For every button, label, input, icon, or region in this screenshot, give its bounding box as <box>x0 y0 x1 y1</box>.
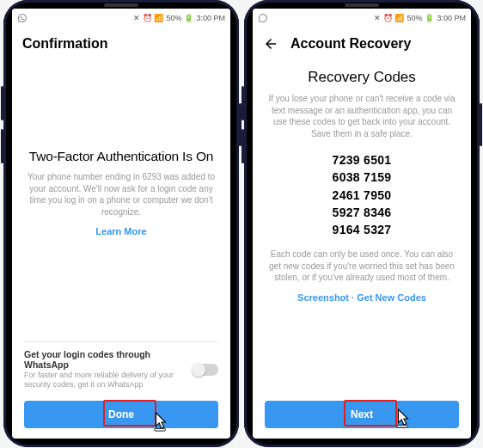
recovery-desc: If you lose your phone or can't receive … <box>265 93 459 139</box>
recovery-code: 6038 7159 <box>265 169 459 186</box>
recovery-note: Each code can only be used once. You can… <box>265 249 459 284</box>
recovery-title: Recovery Codes <box>265 69 459 86</box>
recovery-code: 9164 5327 <box>265 221 459 238</box>
learn-more-link[interactable]: Learn More <box>24 226 218 236</box>
status-icons: ✕ ⏰ 📶 <box>374 14 404 22</box>
recovery-code: 7239 6501 <box>265 151 459 169</box>
recovery-code: 5927 8346 <box>265 204 459 221</box>
whatsapp-option: Get your login codes through WhatsApp Fo… <box>24 341 218 396</box>
header: Account Recovery <box>253 28 471 60</box>
status-battery: 50% <box>407 14 422 22</box>
cursor-icon <box>151 411 170 433</box>
status-time: 3:00 PM <box>196 14 225 22</box>
status-time: 3:00 PM <box>437 14 466 22</box>
whatsapp-toggle[interactable] <box>193 364 218 376</box>
phone-frame-right: ✕ ⏰ 📶 50% 🔋 3:00 PM Account Recovery Rec… <box>244 0 480 447</box>
header: Confirmation <box>12 28 230 60</box>
next-button[interactable]: Next <box>265 401 459 428</box>
status-icons: ✕ ⏰ 📶 <box>133 14 163 22</box>
page-title: Confirmation <box>22 36 108 52</box>
screen-confirmation: ✕ ⏰ 📶 50% 🔋 3:00 PM Confirmation Two-Fac… <box>12 9 230 439</box>
get-new-codes-link[interactable]: Get New Codes <box>357 292 426 303</box>
done-label: Done <box>108 408 134 420</box>
tfa-desc: Your phone number ending in 6293 was add… <box>24 171 218 218</box>
svg-rect-0 <box>155 428 166 431</box>
recovery-codes: 7239 6501 6038 7159 2461 7950 5927 8346 … <box>265 151 459 238</box>
phone-frame-left: ✕ ⏰ 📶 50% 🔋 3:00 PM Confirmation Two-Fac… <box>3 0 239 447</box>
status-bar: ✕ ⏰ 📶 50% 🔋 3:00 PM <box>253 9 471 28</box>
whatsapp-title: Get your login codes through WhatsApp <box>24 349 186 370</box>
next-label: Next <box>351 408 373 420</box>
whatsapp-sub: For faster and more reliable delivery of… <box>24 371 186 390</box>
status-bar: ✕ ⏰ 📶 50% 🔋 3:00 PM <box>12 9 230 28</box>
tfa-title: Two-Factor Authentication Is On <box>24 149 218 164</box>
whatsapp-icon <box>258 13 268 23</box>
screenshot-link[interactable]: Screenshot <box>297 292 349 303</box>
code-actions: Screenshot · Get New Codes <box>265 292 459 303</box>
back-icon[interactable] <box>263 36 278 52</box>
svg-rect-1 <box>397 425 408 427</box>
status-battery: 50% <box>166 14 181 22</box>
screen-recovery: ✕ ⏰ 📶 50% 🔋 3:00 PM Account Recovery Rec… <box>253 9 471 439</box>
page-title: Account Recovery <box>290 36 412 52</box>
recovery-code: 2461 7950 <box>265 187 459 204</box>
done-button[interactable]: Done <box>24 401 218 428</box>
whatsapp-icon <box>17 13 28 23</box>
cursor-icon <box>394 408 413 430</box>
